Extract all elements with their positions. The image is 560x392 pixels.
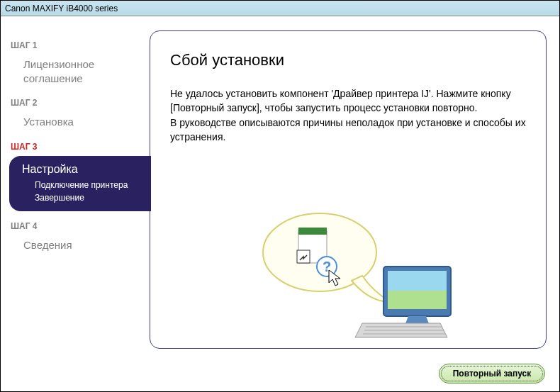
- footer: Повторный запуск: [1, 356, 559, 391]
- content-frame: Сбой установки Не удалось установить ком…: [150, 30, 547, 349]
- step3-sub2: Завершение: [22, 193, 147, 203]
- help-illustration: ?: [235, 199, 461, 341]
- step3-label: ШАГ 3: [11, 142, 150, 152]
- step1-item: Лицензионное соглашение: [11, 55, 150, 88]
- content-panel: Сбой установки Не удалось установить ком…: [150, 30, 547, 349]
- content-title: Сбой установки: [170, 51, 526, 69]
- sidebar: ШАГ 1 Лицензионное соглашение ШАГ 2 Уста…: [1, 23, 150, 356]
- installer-window: Canon MAXIFY iB4000 series ШАГ 1 Лицензи…: [0, 0, 560, 392]
- svg-rect-2: [298, 228, 327, 235]
- step1-label: ШАГ 1: [11, 40, 150, 50]
- titlebar: Canon MAXIFY iB4000 series: [1, 1, 559, 16]
- step4-label: ШАГ 4: [11, 221, 150, 231]
- svg-rect-8: [388, 271, 447, 291]
- step4-item: Сведения: [11, 235, 150, 255]
- step2-label: ШАГ 2: [11, 98, 150, 108]
- step3-sub1: Подключение принтера: [22, 180, 147, 190]
- step3-title: Настройка: [22, 163, 147, 176]
- illustration-svg: ?: [235, 199, 461, 341]
- step3-active-block: Настройка Подключение принтера Завершени…: [9, 156, 151, 211]
- window-title: Canon MAXIFY iB4000 series: [5, 4, 118, 13]
- step2-item: Установка: [11, 112, 150, 132]
- retry-button[interactable]: Повторный запуск: [439, 364, 545, 383]
- content-paragraph-1: Не удалось установить компонент 'Драйвер…: [170, 86, 526, 116]
- window-body: ШАГ 1 Лицензионное соглашение ШАГ 2 Уста…: [1, 16, 559, 356]
- content-paragraph-2: В руководстве описываются причины непола…: [170, 116, 526, 145]
